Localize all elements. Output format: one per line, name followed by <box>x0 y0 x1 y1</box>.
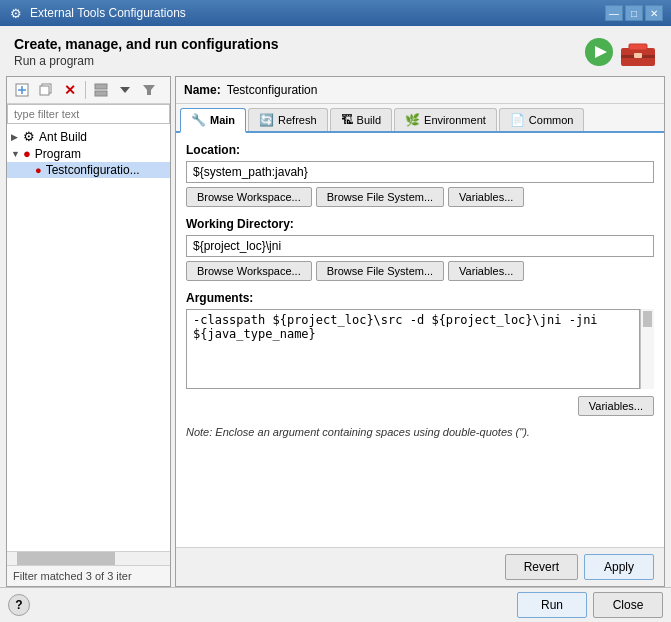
location-browse-workspace-button[interactable]: Browse Workspace... <box>186 187 312 207</box>
right-panel: Name: Testconfiguration 🔧 Main 🔄 Refresh… <box>175 76 665 587</box>
tree-item-ant-build[interactable]: ▶ ⚙ Ant Build <box>7 128 170 145</box>
testconfig-label: Testconfiguratio... <box>46 163 140 177</box>
common-tab-icon: 📄 <box>510 113 525 127</box>
common-tab-label: Common <box>529 114 574 126</box>
close-button[interactable]: ✕ <box>645 5 663 21</box>
svg-rect-10 <box>40 86 49 95</box>
header-icons <box>583 36 657 68</box>
main-footer: ? Run Close <box>0 587 671 622</box>
working-dir-browse-filesystem-button[interactable]: Browse File System... <box>316 261 444 281</box>
location-section: Location: Browse Workspace... Browse Fil… <box>186 143 654 207</box>
minimize-button[interactable]: — <box>605 5 623 21</box>
tab-build[interactable]: 🏗 Build <box>330 108 392 131</box>
help-button[interactable]: ? <box>8 594 30 616</box>
program-icon: ● <box>23 146 31 161</box>
tree-item-testconfig[interactable]: ● Testconfiguratio... <box>7 162 170 178</box>
run-button[interactable]: Run <box>517 592 587 618</box>
new-config-button[interactable] <box>11 79 33 101</box>
arguments-textarea[interactable] <box>186 309 640 389</box>
working-dir-btn-row: Browse Workspace... Browse File System..… <box>186 261 654 281</box>
main-container: Create, manage, and run configurations R… <box>0 26 671 622</box>
config-action-bar: Revert Apply <box>176 547 664 586</box>
left-panel: ✕ ▶ ⚙ Ant Build <box>6 76 171 587</box>
header-section: Create, manage, and run configurations R… <box>0 26 671 76</box>
location-variables-button[interactable]: Variables... <box>448 187 524 207</box>
collapse-button[interactable] <box>90 79 112 101</box>
location-btn-row: Browse Workspace... Browse File System..… <box>186 187 654 207</box>
title-bar-title: External Tools Configurations <box>30 6 605 20</box>
svg-rect-5 <box>634 53 642 58</box>
content-area: ✕ ▶ ⚙ Ant Build <box>0 76 671 587</box>
main-tab-label: Main <box>210 114 235 126</box>
ant-build-icon: ⚙ <box>23 129 35 144</box>
svg-rect-3 <box>629 44 647 50</box>
ant-build-label: Ant Build <box>39 130 87 144</box>
header-title: Create, manage, and run configurations <box>14 36 279 52</box>
duplicate-button[interactable] <box>35 79 57 101</box>
separator <box>85 81 86 99</box>
title-bar-buttons: — □ ✕ <box>605 5 663 21</box>
tab-main[interactable]: 🔧 Main <box>180 108 246 133</box>
run-icon <box>583 36 615 68</box>
name-row: Name: Testconfiguration <box>176 77 664 104</box>
working-dir-browse-workspace-button[interactable]: Browse Workspace... <box>186 261 312 281</box>
tab-environment[interactable]: 🌿 Environment <box>394 108 497 131</box>
header-subtitle: Run a program <box>14 54 279 68</box>
build-tab-icon: 🏗 <box>341 113 353 127</box>
filter-status: Filter matched 3 of 3 iter <box>7 565 170 586</box>
title-bar: ⚙ External Tools Configurations — □ ✕ <box>0 0 671 26</box>
environment-tab-icon: 🌿 <box>405 113 420 127</box>
tab-common[interactable]: 📄 Common <box>499 108 585 131</box>
delete-button[interactable]: ✕ <box>59 79 81 101</box>
header-text: Create, manage, and run configurations R… <box>14 36 279 68</box>
location-input[interactable] <box>186 161 654 183</box>
svg-marker-13 <box>120 87 130 93</box>
revert-button[interactable]: Revert <box>505 554 578 580</box>
program-expander: ▼ <box>11 149 21 159</box>
svg-rect-12 <box>95 91 107 96</box>
svg-rect-11 <box>95 84 107 89</box>
arguments-label: Arguments: <box>186 291 654 305</box>
arguments-wrapper <box>186 309 654 392</box>
location-browse-filesystem-button[interactable]: Browse File System... <box>316 187 444 207</box>
tree-area: ▶ ⚙ Ant Build ▼ ● Program ● Testconfigur… <box>7 124 170 551</box>
arguments-btn-row: Variables... <box>186 396 654 416</box>
arguments-section: Arguments: Variables... <box>186 291 654 416</box>
environment-tab-label: Environment <box>424 114 486 126</box>
title-bar-icon: ⚙ <box>8 5 24 21</box>
working-dir-variables-button[interactable]: Variables... <box>448 261 524 281</box>
tree-item-program[interactable]: ▼ ● Program <box>7 145 170 162</box>
expand-button[interactable] <box>114 79 136 101</box>
close-dialog-button[interactable]: Close <box>593 592 663 618</box>
location-label: Location: <box>186 143 654 157</box>
ant-build-expander: ▶ <box>11 132 21 142</box>
note-text: Note: Enclose an argument containing spa… <box>186 426 654 438</box>
horizontal-scrollbar[interactable] <box>7 551 170 565</box>
svg-marker-14 <box>143 85 155 95</box>
apply-button[interactable]: Apply <box>584 554 654 580</box>
toolbox-icon <box>619 36 657 68</box>
working-dir-label: Working Directory: <box>186 217 654 231</box>
arguments-variables-button[interactable]: Variables... <box>578 396 654 416</box>
working-dir-input[interactable] <box>186 235 654 257</box>
name-value: Testconfiguration <box>227 83 318 97</box>
main-tab-icon: 🔧 <box>191 113 206 127</box>
arguments-scrollbar[interactable] <box>640 309 654 389</box>
maximize-button[interactable]: □ <box>625 5 643 21</box>
tabs-bar: 🔧 Main 🔄 Refresh 🏗 Build 🌿 Environment 📄 <box>176 104 664 133</box>
name-label: Name: <box>184 83 221 97</box>
tab-refresh[interactable]: 🔄 Refresh <box>248 108 328 131</box>
tab-content-main: Location: Browse Workspace... Browse Fil… <box>176 133 664 547</box>
refresh-tab-icon: 🔄 <box>259 113 274 127</box>
testconfig-icon: ● <box>35 164 42 176</box>
build-tab-label: Build <box>357 114 381 126</box>
program-label: Program <box>35 147 81 161</box>
filter-button[interactable] <box>138 79 160 101</box>
filter-input[interactable] <box>7 104 170 124</box>
refresh-tab-label: Refresh <box>278 114 317 126</box>
working-dir-section: Working Directory: Browse Workspace... B… <box>186 217 654 281</box>
footer-buttons: Run Close <box>517 592 663 618</box>
left-toolbar: ✕ <box>7 77 170 104</box>
